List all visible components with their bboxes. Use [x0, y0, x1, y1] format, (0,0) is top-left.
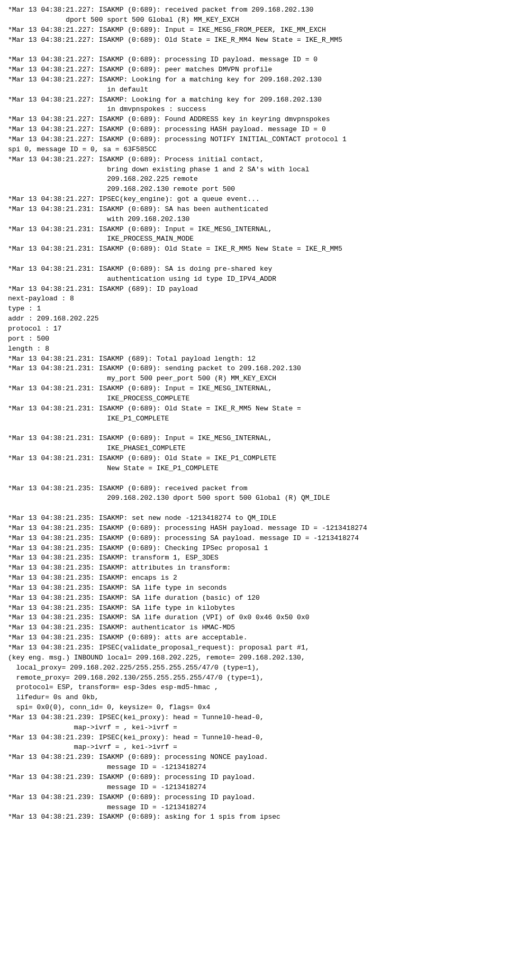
log-output: *Mar 13 04:38:21.227: ISAKMP (0:689): re… [8, 5, 500, 822]
